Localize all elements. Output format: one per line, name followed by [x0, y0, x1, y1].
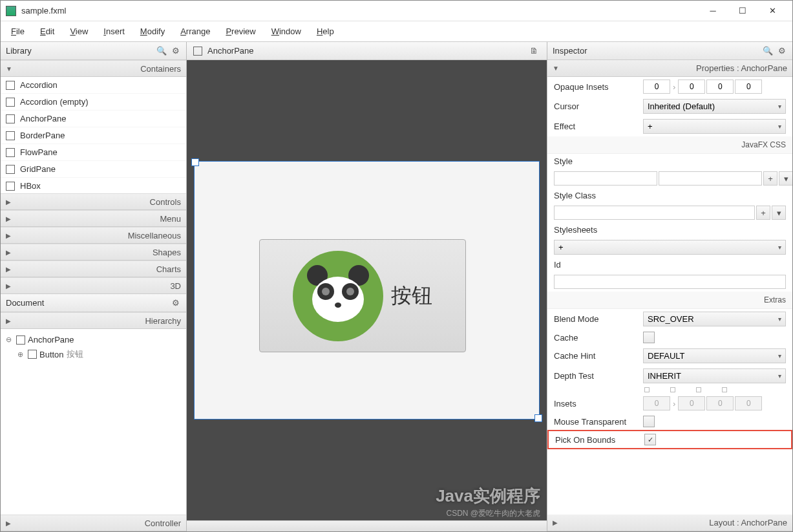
menu-help[interactable]: Help: [317, 27, 334, 36]
demo-button[interactable]: 按钮: [259, 239, 466, 352]
add-class-button[interactable]: +: [756, 206, 770, 220]
window-title: sample.fxml: [21, 6, 698, 16]
properties-section[interactable]: ▼Properties : AnchorPane: [547, 60, 792, 77]
inset-bottom[interactable]: [706, 80, 734, 94]
lib-item-flowpane[interactable]: FlowPane: [1, 144, 186, 161]
section-shapes[interactable]: ▶Shapes: [1, 244, 186, 261]
class-menu-button[interactable]: ▾: [772, 206, 786, 220]
row-opaque-insets: Opaque Insets ›: [547, 77, 792, 96]
menu-preview[interactable]: Preview: [226, 27, 255, 36]
row-cursor: Cursor Inherited (Default): [547, 96, 792, 116]
section-controller[interactable]: ▶Controller: [1, 515, 186, 531]
tree-root[interactable]: ⊖ AnchorPane: [3, 333, 184, 346]
lib-item-accordion[interactable]: Accordion: [1, 77, 186, 94]
inset-left[interactable]: [735, 80, 762, 94]
stylesheets-combo[interactable]: +: [554, 240, 786, 255]
section-containers[interactable]: ▼Containers: [1, 60, 186, 77]
expand-icon[interactable]: ⊕: [17, 350, 25, 359]
section-3d[interactable]: ▶3D: [1, 277, 186, 294]
library-header: Library 🔍 ⚙: [1, 42, 186, 60]
containers-list: Accordion Accordion (empty) AnchorPane B…: [1, 77, 186, 193]
row-style: Style: [547, 154, 792, 169]
close-button[interactable]: ✕: [757, 1, 787, 21]
document-header: Document ⚙: [1, 294, 186, 312]
cursor-combo[interactable]: Inherited (Default): [643, 99, 786, 114]
tree-child[interactable]: ⊕ Button 按钮: [3, 346, 184, 362]
lib-item-hbox[interactable]: HBox: [1, 178, 186, 193]
search-icon[interactable]: 🔍: [763, 46, 773, 56]
document-title: Document: [6, 298, 44, 308]
collapse-icon[interactable]: ⊖: [6, 335, 14, 344]
row-cache-hint: Cache Hint DEFAULT: [547, 346, 792, 366]
menu-arrange[interactable]: Arrange: [180, 27, 210, 36]
menu-insert[interactable]: Insert: [103, 27, 125, 36]
lib-item-accordion-empty[interactable]: Accordion (empty): [1, 94, 186, 111]
menu-file[interactable]: File: [11, 27, 25, 36]
row-mouse-transparent: Mouse Transparent: [547, 413, 792, 430]
maximize-button[interactable]: ☐: [728, 1, 757, 21]
horizontal-scrollbar[interactable]: [187, 520, 547, 531]
lib-item-anchorpane[interactable]: AnchorPane: [1, 111, 186, 127]
container-icon: [6, 98, 15, 107]
hierarchy-tree: ⊖ AnchorPane ⊕ Button 按钮: [1, 329, 186, 515]
container-icon: [6, 165, 15, 174]
row-cache: Cache: [547, 329, 792, 346]
blend-mode-combo[interactable]: SRC_OVER: [643, 312, 786, 326]
anchorpane-icon: [16, 335, 25, 345]
inset-right[interactable]: [678, 80, 705, 94]
cache-checkbox[interactable]: [643, 332, 655, 343]
left-panel: Library 🔍 ⚙ ▼Containers Accordion Accord…: [1, 42, 187, 531]
gear-icon[interactable]: ⚙: [171, 46, 181, 56]
menu-view[interactable]: View: [70, 27, 88, 36]
cache-hint-combo[interactable]: DEFAULT: [643, 348, 786, 363]
style-menu-button[interactable]: ▾: [779, 171, 792, 186]
section-controls[interactable]: ▶Controls: [1, 193, 186, 210]
titlebar: sample.fxml ─ ☐ ✕: [1, 1, 792, 21]
gear-icon[interactable]: ⚙: [171, 298, 181, 308]
menubar: File Edit View Insert Modify Arrange Pre…: [1, 21, 792, 42]
menu-window[interactable]: Window: [271, 27, 301, 36]
menu-modify[interactable]: Modify: [140, 27, 165, 36]
button-text: 按钮: [391, 282, 432, 310]
inspector-header: Inspector 🔍 ⚙: [547, 42, 792, 60]
anchorpane-icon: [193, 47, 202, 56]
add-style-button[interactable]: +: [763, 171, 777, 186]
inspector-title: Inspector: [553, 46, 587, 56]
lib-item-gridpane[interactable]: GridPane: [1, 161, 186, 178]
search-icon[interactable]: 🔍: [156, 46, 167, 56]
style-key[interactable]: [554, 171, 657, 186]
style-value[interactable]: [659, 171, 762, 186]
inset-field: [643, 396, 670, 410]
pick-on-bounds-checkbox[interactable]: ✓: [644, 434, 656, 445]
container-icon: [6, 148, 15, 157]
lib-item-borderpane[interactable]: BorderPane: [1, 127, 186, 144]
inspector-panel: Inspector 🔍 ⚙ ▼Properties : AnchorPane O…: [547, 42, 792, 531]
section-misc[interactable]: ▶Miscellaneous: [1, 227, 186, 244]
container-icon: [6, 114, 15, 123]
menu-edit[interactable]: Edit: [40, 27, 54, 36]
app-icon: [6, 6, 16, 16]
canvas-area[interactable]: 按钮 Java实例程序 CSDN @爱吃牛肉的大老虎: [187, 60, 547, 520]
inset-field: [706, 396, 734, 410]
extras-label: Extras: [547, 292, 792, 309]
gear-icon[interactable]: ⚙: [777, 46, 787, 56]
canvas-header: AnchorPane 🗎: [187, 42, 547, 60]
effect-combo[interactable]: +: [643, 119, 786, 134]
section-menu[interactable]: ▶Menu: [1, 210, 186, 227]
depth-test-combo[interactable]: INHERIT: [643, 368, 786, 383]
id-input[interactable]: [554, 275, 786, 289]
section-charts[interactable]: ▶Charts: [1, 261, 186, 277]
layout-section[interactable]: ▶Layout : AnchorPane: [547, 515, 792, 531]
row-depth-test: Depth Test INHERIT: [547, 366, 792, 386]
library-title: Library: [6, 46, 32, 56]
section-hierarchy[interactable]: ▶Hierarchy: [1, 312, 186, 329]
document-icon[interactable]: 🗎: [530, 46, 540, 56]
watermark: Java实例程序: [436, 485, 540, 507]
inset-top[interactable]: [643, 80, 670, 94]
mouse-transparent-checkbox[interactable]: [643, 416, 655, 427]
style-class-input[interactable]: [554, 206, 755, 220]
center-panel: AnchorPane 🗎 按钮 Java实例程序 CSDN @爱吃牛肉的大老虎: [187, 42, 547, 531]
minimize-button[interactable]: ─: [698, 1, 728, 21]
canvas-root-label: AnchorPane: [207, 46, 254, 56]
artboard[interactable]: 按钮: [194, 161, 540, 420]
